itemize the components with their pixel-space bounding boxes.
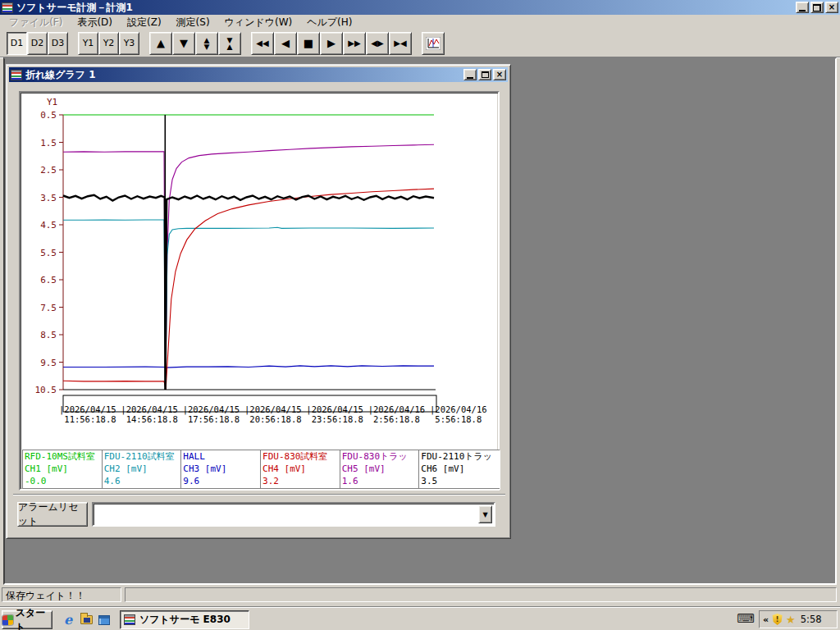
scroll-up-button[interactable]: ▲ <box>149 32 172 55</box>
menu-view[interactable]: 表示(D) <box>70 15 120 30</box>
graph-maximize-button[interactable] <box>478 69 491 80</box>
folder-icon <box>80 615 93 624</box>
d1-button[interactable]: D1 <box>7 32 27 55</box>
menu-window[interactable]: ウィンドウ(W) <box>217 15 300 30</box>
stop-icon: ■ <box>304 38 313 48</box>
chart-icon <box>426 37 441 50</box>
toolbar: D1 D2 D3 Y1 Y2 Y3 ▲ ▼ ▲▼ ▼▲ ◀◀ ◀ ■ ▶ ▶▶ … <box>0 30 840 57</box>
menu-measure[interactable]: 測定(S) <box>169 15 217 30</box>
channel-unit: CH2 [mV] <box>104 463 180 475</box>
chart-area: Y1 RFD-10MS試料室 CH1 [mV] -0.0 FDU-2110試料室… <box>22 94 496 487</box>
chart-settings-button[interactable] <box>422 32 445 55</box>
minimize-button[interactable] <box>796 2 809 13</box>
y-tick-label: 2.5 <box>22 165 57 176</box>
ie-icon: e <box>64 612 72 628</box>
task-button-softthermo[interactable]: ソフトサーモ E830 <box>120 610 249 629</box>
start-button[interactable]: スタート <box>2 610 52 629</box>
y-tick-label: 3.5 <box>22 193 57 203</box>
y3-button[interactable]: Y3 <box>119 32 139 55</box>
alarm-combobox[interactable]: ▼ <box>92 502 495 527</box>
compress-horizontal-button[interactable]: ▶◀ <box>389 32 412 55</box>
launch-ie-button[interactable]: e <box>59 610 77 629</box>
fast-forward-button[interactable]: ▶▶ <box>343 32 366 55</box>
graph-window-titlebar: 折れ線グラフ 1 × <box>9 67 508 82</box>
expand-horizontal-button[interactable]: ◀▶ <box>366 32 389 55</box>
menu-settings[interactable]: 設定(Z) <box>120 15 169 30</box>
taskbar: スタート e ソフトサーモ E830 ⌨ « ! ★ 5:58 <box>0 607 840 630</box>
y2-button[interactable]: Y2 <box>98 32 119 55</box>
channel-legend: RFD-10MS試料室 CH1 [mV] -0.0 FDU-2110試料室 CH… <box>22 450 500 489</box>
scroll-up-icon: ▲ <box>157 38 165 48</box>
y-tick-label: 1.5 <box>22 138 57 148</box>
graph-minimize-button[interactable] <box>463 69 477 80</box>
hide-tray-icons-chevron[interactable]: « <box>763 614 769 625</box>
app-icon <box>2 2 13 13</box>
chevron-down-icon: ▼ <box>482 511 487 518</box>
channel-unit: CH4 [mV] <box>262 463 338 475</box>
scroll-down-button[interactable]: ▼ <box>172 32 195 55</box>
x-tick-label: |2026/04/16 2:56:18.8 <box>368 404 426 424</box>
fast-rewind-icon: ◀◀ <box>256 39 268 48</box>
desktop-folder-button[interactable] <box>77 610 95 629</box>
main-titlebar: ソフトサーモ計測－計測1 × <box>0 0 840 15</box>
menu-file[interactable]: ファイル(F) <box>2 15 70 30</box>
channel-value: 4.6 <box>104 475 180 487</box>
security-shield-icon[interactable]: ! <box>772 614 783 625</box>
channel-name: FDU-830トラッ <box>342 450 418 463</box>
x-tick-label: |2026/04/15 23:56:18.8 <box>306 404 363 424</box>
compress-vertical-button[interactable]: ▼▲ <box>218 32 241 55</box>
legend-cell-ch2: FDU-2110試料室 CH2 [mV] 4.6 <box>103 450 182 488</box>
mdi-client-area: 折れ線グラフ 1 × Y1 RFD-10MS試料室 CH1 [mV] -0.0 <box>3 57 837 585</box>
fast-rewind-button[interactable]: ◀◀ <box>251 32 274 55</box>
maximize-icon <box>482 71 489 78</box>
graph-window-icon <box>11 70 22 80</box>
y1-button[interactable]: Y1 <box>78 32 98 55</box>
menu-help[interactable]: ヘルプ(H) <box>299 15 359 30</box>
vertical-scroll-group: ▲ ▼ ▲▼ ▼▲ <box>149 32 241 55</box>
y-tick-label: 4.5 <box>22 220 57 231</box>
y-tick-label: 9.5 <box>22 358 57 368</box>
step-back-icon: ◀ <box>281 38 290 48</box>
channel-value: 3.5 <box>421 475 497 487</box>
app-icon <box>124 614 135 625</box>
close-button[interactable]: × <box>825 2 838 13</box>
show-desktop-button[interactable] <box>95 610 113 629</box>
legend-cell-ch3: HALL CH3 [mV] 9.6 <box>181 450 261 488</box>
expand-vertical-button[interactable]: ▲▼ <box>195 32 218 55</box>
legend-cell-ch4: FDU-830試料室 CH4 [mV] 3.2 <box>261 450 340 488</box>
channel-value: 1.6 <box>342 475 418 487</box>
display-button-group: D1 D2 D3 <box>7 32 68 55</box>
minimize-icon <box>467 77 473 79</box>
system-tray: « ! ★ 5:58 <box>759 610 838 628</box>
channel-value: 9.6 <box>183 475 258 487</box>
fast-forward-icon: ▶▶ <box>348 39 360 48</box>
star-icon[interactable]: ★ <box>786 614 796 626</box>
alarm-reset-button[interactable]: アラームリセット <box>17 502 88 527</box>
stop-button[interactable]: ■ <box>297 32 320 55</box>
legend-cell-ch1: RFD-10MS試料室 CH1 [mV] -0.0 <box>23 450 103 488</box>
channel-unit: CH1 [mV] <box>25 463 100 475</box>
channel-unit: CH5 [mV] <box>342 463 418 475</box>
windows-logo-icon <box>2 614 13 625</box>
d2-button[interactable]: D2 <box>27 32 48 55</box>
menubar: ファイル(F) 表示(D) 設定(Z) 測定(S) ウィンドウ(W) ヘルプ(H… <box>0 15 840 30</box>
step-back-button[interactable]: ◀ <box>274 32 297 55</box>
keyboard-language-icon[interactable]: ⌨ <box>737 611 755 626</box>
tray-clock: 5:58 <box>801 614 822 625</box>
channel-value: -0.0 <box>25 475 100 487</box>
combobox-dropdown-button[interactable]: ▼ <box>478 505 492 523</box>
expand-horizontal-icon: ◀▶ <box>371 39 383 48</box>
graph-close-button[interactable]: × <box>493 69 506 80</box>
x-tick-label: |2026/04/15 11:56:18.8 <box>59 404 116 424</box>
statusbar: 保存ウェイト！！ <box>0 585 840 604</box>
legend-cell-ch5: FDU-830トラッ CH5 [mV] 1.6 <box>340 450 420 488</box>
minimize-icon <box>799 10 806 11</box>
status-panel-right <box>125 587 837 602</box>
d3-button[interactable]: D3 <box>48 32 68 55</box>
compress-horizontal-icon: ▶◀ <box>394 39 406 48</box>
channel-name: FDU-2110トラッ <box>421 450 497 463</box>
step-forward-button[interactable]: ▶ <box>320 32 343 55</box>
graph-window: 折れ線グラフ 1 × Y1 RFD-10MS試料室 CH1 [mV] -0.0 <box>6 64 511 539</box>
start-label: スタート <box>16 606 52 630</box>
restore-button[interactable] <box>810 2 824 13</box>
